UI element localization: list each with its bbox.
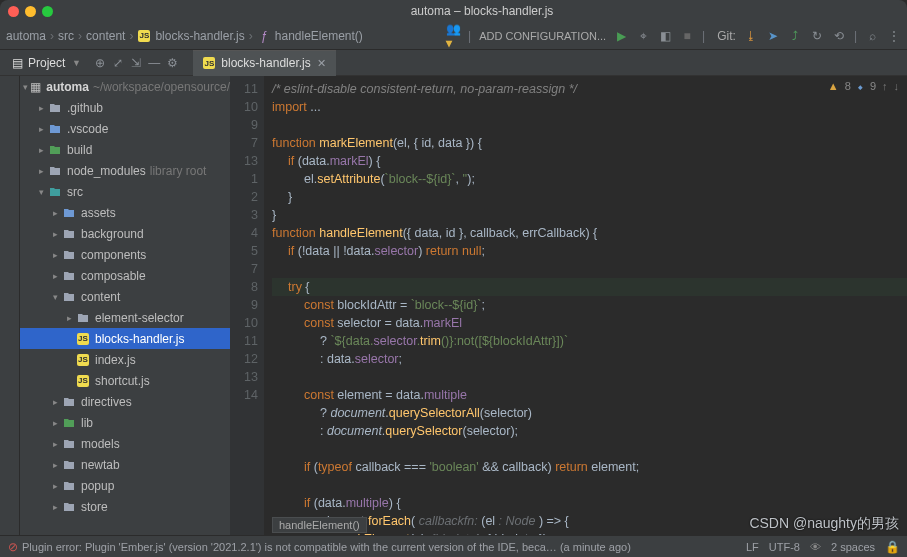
code-line[interactable]: if (!data || !data.selector) return null… bbox=[272, 242, 907, 260]
chevron-icon[interactable]: ▸ bbox=[36, 145, 46, 155]
chevron-down-icon[interactable]: ▾ bbox=[22, 82, 28, 92]
coverage-icon[interactable]: ◧ bbox=[658, 29, 672, 43]
code-line[interactable]: function handleElement({ data, id }, cal… bbox=[272, 224, 907, 242]
tree-item[interactable]: ▸models bbox=[20, 433, 230, 454]
more-icon[interactable]: ⋮ bbox=[887, 29, 901, 43]
left-tool-rail[interactable] bbox=[0, 76, 20, 535]
gutter-line[interactable]: 13 bbox=[230, 152, 258, 170]
tree-item[interactable]: JSshortcut.js bbox=[20, 370, 230, 391]
sticky-function-hint[interactable]: handleElement() bbox=[272, 517, 367, 533]
tree-item[interactable]: ▸newtab bbox=[20, 454, 230, 475]
code-line[interactable] bbox=[272, 368, 907, 386]
gutter-line[interactable]: 9 bbox=[230, 116, 258, 134]
project-tree[interactable]: ▾ ▦ automa ~/workspace/opensource/ ▸.git… bbox=[20, 76, 230, 535]
close-window-button[interactable] bbox=[8, 6, 19, 17]
code-area[interactable]: /* eslint-disable consistent-return, no-… bbox=[264, 76, 907, 535]
hints-icon[interactable]: ⬥ bbox=[857, 80, 864, 92]
chevron-icon[interactable]: ▸ bbox=[50, 502, 60, 512]
code-with-me-icon[interactable]: 👥▾ bbox=[446, 29, 460, 43]
gutter-line[interactable]: 10 bbox=[230, 98, 258, 116]
code-line[interactable]: } bbox=[272, 188, 907, 206]
project-selector[interactable]: ▤ Project ▼ bbox=[4, 54, 89, 72]
tree-item[interactable]: ▾src bbox=[20, 181, 230, 202]
tree-item[interactable]: ▸.vscode bbox=[20, 118, 230, 139]
tree-item[interactable]: ▸store bbox=[20, 496, 230, 517]
gutter-line[interactable]: 13 bbox=[230, 368, 258, 386]
gutter-line[interactable]: 2 bbox=[230, 188, 258, 206]
breadcrumb-item[interactable]: src bbox=[58, 29, 74, 43]
encoding[interactable]: UTF-8 bbox=[769, 541, 800, 553]
gutter-line[interactable]: 11 bbox=[230, 80, 258, 98]
code-line[interactable] bbox=[272, 116, 907, 134]
status-message[interactable]: Plugin error: Plugin 'Ember.js' (version… bbox=[22, 541, 631, 553]
breadcrumb-item[interactable]: automa bbox=[6, 29, 46, 43]
hide-icon[interactable]: — bbox=[147, 56, 161, 70]
chevron-icon[interactable]: ▸ bbox=[50, 418, 60, 428]
git-commit-icon[interactable]: ➤ bbox=[766, 29, 780, 43]
tree-item[interactable]: ▸node_moduleslibrary root bbox=[20, 160, 230, 181]
maximize-window-button[interactable] bbox=[42, 6, 53, 17]
chevron-icon[interactable]: ▸ bbox=[50, 481, 60, 491]
tree-item[interactable]: ▸assets bbox=[20, 202, 230, 223]
git-push-icon[interactable]: ⤴ bbox=[788, 29, 802, 43]
debug-icon[interactable]: ⌖ bbox=[636, 29, 650, 43]
collapse-all-icon[interactable]: ⇲ bbox=[129, 56, 143, 70]
tree-item[interactable]: ▾content bbox=[20, 286, 230, 307]
chevron-icon[interactable]: ▸ bbox=[64, 313, 74, 323]
gutter-line[interactable]: 4 bbox=[230, 224, 258, 242]
line-ending[interactable]: LF bbox=[746, 541, 759, 553]
tree-item[interactable]: ▸composable bbox=[20, 265, 230, 286]
gutter-line[interactable]: 5 bbox=[230, 242, 258, 260]
chevron-icon[interactable]: ▸ bbox=[50, 208, 60, 218]
tree-item[interactable]: ▸element-selector bbox=[20, 307, 230, 328]
editor[interactable]: 11109713123457891011121314 /* eslint-dis… bbox=[230, 76, 907, 535]
error-icon[interactable]: ⊘ bbox=[8, 540, 18, 554]
git-update-icon[interactable]: ⭳ bbox=[744, 29, 758, 43]
code-line[interactable]: element.forEach( callbackfn: (el : Node … bbox=[272, 512, 907, 530]
breadcrumb-item[interactable]: handleElement() bbox=[275, 29, 363, 43]
editor-gutter[interactable]: 11109713123457891011121314 bbox=[230, 76, 264, 535]
gutter-line[interactable]: 11 bbox=[230, 332, 258, 350]
code-line[interactable]: ? `${data.selector.trim()}:not([${blockI… bbox=[272, 332, 907, 350]
code-line[interactable]: /* eslint-disable consistent-return, no-… bbox=[272, 80, 907, 98]
tree-item[interactable]: ▸popup bbox=[20, 475, 230, 496]
chevron-icon[interactable]: ▸ bbox=[36, 166, 46, 176]
tree-item[interactable]: ▸background bbox=[20, 223, 230, 244]
breadcrumb-item[interactable]: blocks-handler.js bbox=[155, 29, 244, 43]
chevron-icon[interactable]: ▸ bbox=[50, 439, 60, 449]
code-line[interactable]: import ... bbox=[272, 98, 907, 116]
gutter-line[interactable]: 8 bbox=[230, 278, 258, 296]
code-line[interactable]: const blockIdAttr = `block--${id}`; bbox=[272, 296, 907, 314]
tree-item[interactable]: ▸directives bbox=[20, 391, 230, 412]
chevron-icon[interactable]: ▸ bbox=[50, 460, 60, 470]
chevron-icon[interactable]: ▾ bbox=[36, 187, 46, 197]
tree-item[interactable]: JSblocks-handler.js bbox=[20, 328, 230, 349]
stop-icon[interactable]: ■ bbox=[680, 29, 694, 43]
chevron-icon[interactable]: ▸ bbox=[50, 250, 60, 260]
code-line[interactable]: if (typeof callback === 'boolean' && cal… bbox=[272, 458, 907, 476]
chevron-icon[interactable]: ▸ bbox=[50, 271, 60, 281]
rollback-icon[interactable]: ⟲ bbox=[832, 29, 846, 43]
chevron-icon[interactable]: ▸ bbox=[50, 229, 60, 239]
close-tab-icon[interactable]: ✕ bbox=[317, 57, 326, 70]
editor-tab[interactable]: JS blocks-handler.js ✕ bbox=[193, 50, 335, 76]
gutter-line[interactable]: 7 bbox=[230, 134, 258, 152]
chevron-icon[interactable]: ▸ bbox=[50, 397, 60, 407]
search-icon[interactable]: ⌕ bbox=[865, 29, 879, 43]
tree-item[interactable]: JSindex.js bbox=[20, 349, 230, 370]
code-line[interactable]: : data.selector; bbox=[272, 350, 907, 368]
code-line[interactable]: const element = data.multiple bbox=[272, 386, 907, 404]
tree-root[interactable]: ▾ ▦ automa ~/workspace/opensource/ bbox=[20, 76, 230, 97]
gutter-line[interactable]: 14 bbox=[230, 386, 258, 404]
breadcrumb-item[interactable]: content bbox=[86, 29, 125, 43]
gutter-line[interactable]: 12 bbox=[230, 350, 258, 368]
tree-item[interactable]: ▸lib bbox=[20, 412, 230, 433]
add-configuration-button[interactable]: ADD CONFIGURATION... bbox=[479, 30, 606, 42]
chevron-icon[interactable]: ▸ bbox=[36, 124, 46, 134]
gutter-line[interactable]: 10 bbox=[230, 314, 258, 332]
run-icon[interactable]: ▶ bbox=[614, 29, 628, 43]
git-history-icon[interactable]: ↻ bbox=[810, 29, 824, 43]
code-line[interactable]: ? document.querySelectorAll(selector) bbox=[272, 404, 907, 422]
warnings-icon[interactable]: ▲ bbox=[828, 80, 839, 92]
tree-item[interactable]: ▸components bbox=[20, 244, 230, 265]
